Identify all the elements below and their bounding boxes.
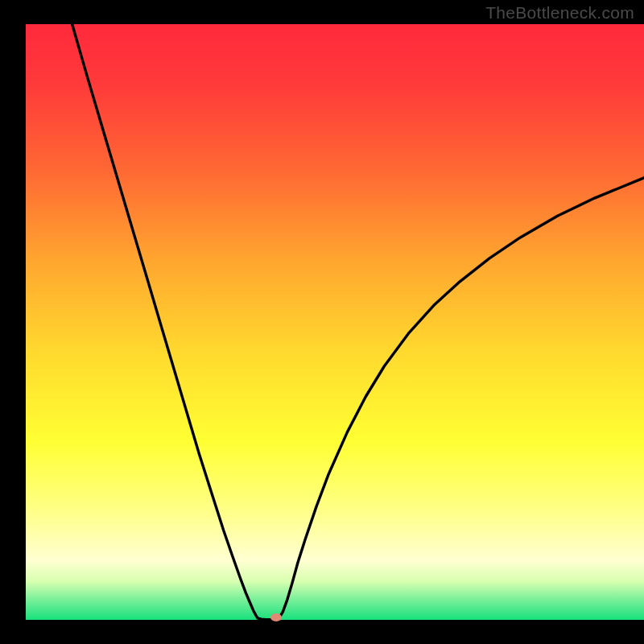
bottleneck-chart <box>0 0 644 644</box>
chart-container: { "watermark": "TheBottleneck.com", "cha… <box>0 0 644 644</box>
watermark-text: TheBottleneck.com <box>485 3 634 23</box>
chart-background <box>26 24 644 620</box>
optimal-point-marker <box>270 613 282 621</box>
